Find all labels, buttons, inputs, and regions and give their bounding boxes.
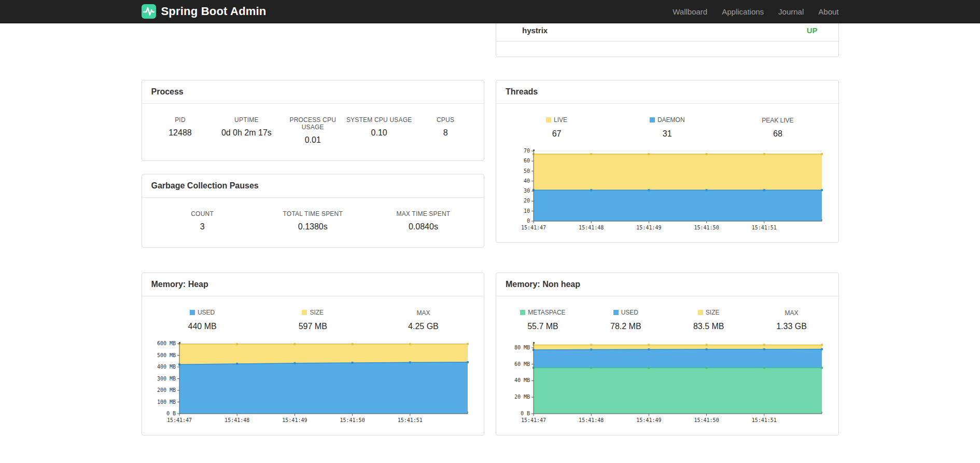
svg-text:15:41:50: 15:41:50: [340, 417, 365, 423]
threads-card-title: Threads: [496, 80, 838, 104]
svg-text:15:41:49: 15:41:49: [636, 225, 661, 230]
legend-label: MAX: [785, 309, 799, 317]
threads-card: Threads LIVE 67 DAEMON 3: [496, 80, 839, 243]
heap-legend: USED 440 MB SIZE 597 MB: [142, 296, 484, 332]
nav-link-journal[interactable]: Journal: [771, 7, 811, 16]
legend-value: 4.25 GB: [368, 322, 479, 331]
svg-text:15:41:48: 15:41:48: [579, 417, 604, 423]
memory-heap-card-title: Memory: Heap: [142, 273, 484, 296]
legend-swatch-icon: [698, 310, 703, 315]
svg-text:50: 50: [524, 168, 530, 174]
metric-value: 0.0840s: [368, 222, 479, 232]
legend-label: USED: [198, 309, 215, 316]
svg-text:20: 20: [524, 198, 530, 203]
memory-nonheap-card: Memory: Non heap METASPACE 55.7 MB USED: [496, 273, 839, 435]
legend-value: 31: [612, 129, 722, 139]
legend-value: 78.2 MB: [584, 322, 667, 331]
svg-text:15:41:51: 15:41:51: [752, 225, 777, 230]
svg-text:60: 60: [524, 158, 530, 164]
metric-label: TOTAL TIME SPENT: [258, 210, 368, 217]
legend-value: 68: [722, 129, 833, 139]
svg-text:15:41:50: 15:41:50: [694, 225, 719, 230]
threads-legend: LIVE 67 DAEMON 31 PEAK: [496, 104, 838, 140]
legend-used: USED 78.2 MB: [584, 308, 667, 331]
metric-value: 12488: [147, 128, 214, 138]
legend-label: PEAK LIVE: [762, 117, 793, 124]
metric-label: SYSTEM CPU USAGE: [346, 116, 412, 124]
applications-panel-clipped: hystrix UP: [496, 23, 839, 57]
metric-system-cpu-usage: SYSTEM CPU USAGE 0.10: [346, 116, 412, 145]
memory-nonheap-chart: 0 B20 MB40 MB60 MB80 MB15:41:4715:41:481…: [496, 332, 838, 435]
threads-chart: 01020304050607015:41:4715:41:4815:41:491…: [496, 140, 838, 242]
application-row-hystrix[interactable]: hystrix UP: [496, 23, 838, 42]
legend-value: 597 MB: [258, 322, 368, 331]
svg-text:15:41:47: 15:41:47: [166, 417, 191, 423]
metric-label: MAX TIME SPENT: [368, 210, 479, 217]
legend-peak-live: PEAK LIVE 68: [722, 115, 833, 139]
legend-label: SIZE: [706, 309, 720, 316]
navbar: Spring Boot Admin Wallboard Applications…: [0, 0, 980, 23]
nav-link-wallboard[interactable]: Wallboard: [665, 7, 715, 16]
metric-label: COUNT: [147, 210, 258, 217]
legend-metaspace: METASPACE 55.7 MB: [501, 308, 584, 331]
legend-swatch-icon: [302, 310, 307, 315]
process-card-title: Process: [142, 80, 484, 104]
metric-uptime: UPTIME 0d 0h 2m 17s: [213, 116, 279, 145]
legend-label: DAEMON: [657, 116, 685, 124]
svg-text:20 MB: 20 MB: [514, 394, 530, 400]
legend-swatch-icon: [546, 117, 551, 122]
legend-live: LIVE 67: [501, 115, 612, 139]
metric-gc-count: COUNT 3: [147, 210, 258, 232]
legend-swatch-icon: [613, 310, 619, 315]
legend-value: 440 MB: [147, 322, 258, 331]
svg-text:300 MB: 300 MB: [157, 376, 175, 382]
metric-value: 0d 0h 2m 17s: [213, 128, 279, 138]
legend-value: 67: [501, 129, 612, 139]
process-card: Process PID 12488 UPTIME 0d 0h 2m 17s PR…: [142, 80, 485, 161]
memory-heap-card: Memory: Heap USED 440 MB SIZE: [142, 273, 485, 435]
svg-text:400 MB: 400 MB: [157, 364, 175, 370]
left-column: Process PID 12488 UPTIME 0d 0h 2m 17s PR…: [142, 80, 485, 248]
svg-text:15:41:49: 15:41:49: [636, 417, 661, 423]
memory-nonheap-card-title: Memory: Non heap: [496, 273, 838, 296]
svg-text:60 MB: 60 MB: [514, 361, 530, 367]
memory-heap-chart: 0 B100 MB200 MB300 MB400 MB500 MB600 MB1…: [142, 332, 484, 435]
legend-label: LIVE: [554, 116, 567, 124]
metric-label: PID: [147, 116, 214, 124]
legend-value: 1.33 GB: [750, 322, 833, 331]
navbar-links: Wallboard Applications Journal About: [665, 7, 838, 16]
legend-swatch-icon: [520, 310, 525, 315]
svg-text:10: 10: [524, 208, 530, 214]
metric-process-cpu-usage: PROCESS CPU USAGE 0.01: [279, 116, 346, 145]
metric-label: UPTIME: [213, 116, 279, 124]
gc-card: Garbage Collection Pauses COUNT 3 TOTAL …: [142, 174, 485, 248]
legend-swatch-icon: [650, 117, 655, 122]
svg-text:15:41:47: 15:41:47: [521, 417, 546, 423]
spring-boot-admin-logo-icon: [142, 4, 156, 19]
svg-text:30: 30: [524, 188, 530, 194]
legend-label: MAX: [416, 309, 430, 317]
svg-text:15:41:48: 15:41:48: [225, 417, 249, 423]
svg-text:15:41:51: 15:41:51: [397, 417, 422, 423]
svg-text:0 B: 0 B: [166, 411, 175, 416]
brand-title: Spring Boot Admin: [161, 5, 267, 18]
svg-text:100 MB: 100 MB: [157, 399, 175, 405]
metric-label: PROCESS CPU USAGE: [279, 116, 346, 131]
svg-text:15:41:48: 15:41:48: [579, 225, 604, 230]
nav-link-about[interactable]: About: [811, 7, 838, 16]
legend-label: SIZE: [310, 309, 324, 316]
legend-label: USED: [621, 309, 638, 316]
metric-gc-total-time: TOTAL TIME SPENT 0.1380s: [258, 210, 368, 232]
nav-link-applications[interactable]: Applications: [715, 7, 771, 16]
svg-text:0: 0: [527, 218, 530, 224]
process-metrics: PID 12488 UPTIME 0d 0h 2m 17s PROCESS CP…: [142, 104, 484, 160]
svg-text:40 MB: 40 MB: [514, 377, 530, 383]
legend-label: METASPACE: [528, 309, 565, 316]
svg-text:600 MB: 600 MB: [157, 341, 175, 346]
svg-text:15:41:51: 15:41:51: [752, 417, 777, 423]
gc-metrics: COUNT 3 TOTAL TIME SPENT 0.1380s MAX TIM…: [142, 198, 484, 247]
metric-value: 0.10: [346, 128, 412, 138]
svg-text:200 MB: 200 MB: [157, 387, 175, 393]
brand-link[interactable]: Spring Boot Admin: [142, 4, 267, 19]
metric-cpus: CPUS 8: [412, 116, 479, 145]
